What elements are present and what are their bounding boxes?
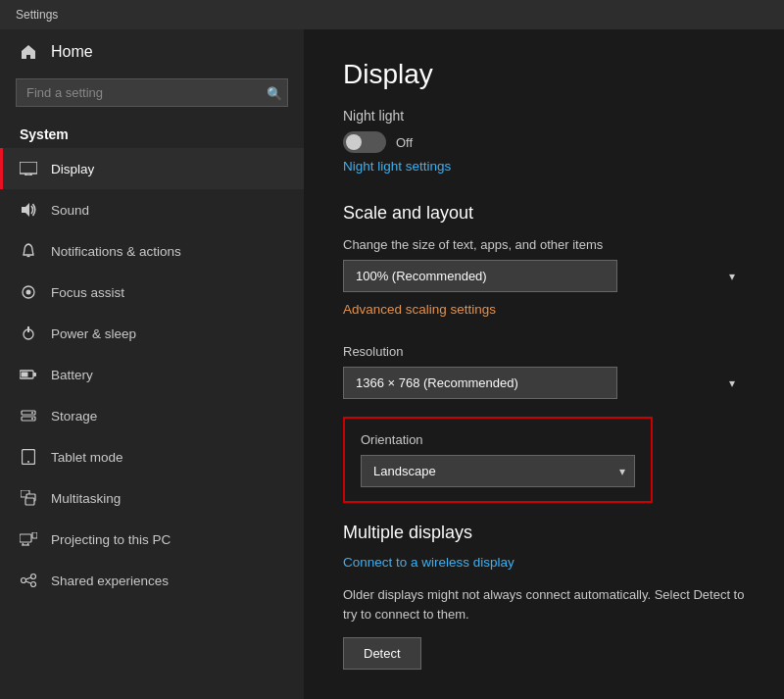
page-title: Display bbox=[343, 59, 745, 90]
sidebar-tablet-label: Tablet mode bbox=[51, 450, 123, 465]
tablet-icon bbox=[20, 448, 37, 466]
svg-marker-4 bbox=[22, 203, 29, 217]
night-light-label: Night light bbox=[343, 108, 745, 124]
sidebar-shared-label: Shared experiences bbox=[51, 574, 169, 588]
sidebar-item-home[interactable]: Home bbox=[0, 29, 304, 75]
advanced-scaling-link[interactable]: Advanced scaling settings bbox=[343, 302, 496, 317]
night-light-state: Off bbox=[396, 135, 413, 150]
main-layout: Home 🔍 System Display bbox=[0, 29, 784, 699]
sidebar-search-container: 🔍 bbox=[16, 78, 288, 107]
orientation-label: Orientation bbox=[361, 432, 635, 447]
shared-icon bbox=[20, 572, 37, 589]
sidebar-home-label: Home bbox=[51, 43, 93, 61]
sidebar-multitasking-label: Multitasking bbox=[51, 491, 121, 506]
resolution-dropdown-arrow: ▾ bbox=[729, 376, 735, 390]
svg-point-18 bbox=[27, 461, 29, 463]
sidebar-notifications-label: Notifications & actions bbox=[51, 244, 181, 259]
multitasking-icon bbox=[20, 489, 37, 507]
sidebar-item-storage[interactable]: Storage bbox=[0, 395, 304, 436]
svg-point-28 bbox=[31, 574, 36, 579]
sidebar: Home 🔍 System Display bbox=[0, 29, 304, 699]
svg-point-15 bbox=[31, 412, 33, 414]
sidebar-item-display[interactable]: Display bbox=[0, 148, 304, 189]
sidebar-storage-label: Storage bbox=[51, 409, 97, 424]
night-light-settings-link[interactable]: Night light settings bbox=[343, 159, 451, 174]
svg-rect-11 bbox=[33, 373, 36, 376]
sidebar-item-focus[interactable]: Focus assist bbox=[0, 272, 304, 313]
resolution-dropdown-wrapper: 1366 × 768 (Recommended) 1280 × 720 1024… bbox=[343, 367, 745, 399]
resolution-label: Resolution bbox=[343, 344, 745, 359]
svg-point-27 bbox=[22, 578, 26, 583]
svg-rect-22 bbox=[20, 534, 31, 542]
svg-rect-23 bbox=[32, 532, 37, 538]
scale-dropdown-wrapper: 100% (Recommended) 125% 150% 175% ▾ bbox=[343, 260, 745, 292]
multiple-displays-heading: Multiple displays bbox=[343, 523, 745, 543]
night-light-toggle[interactable] bbox=[343, 131, 386, 153]
title-bar-label: Settings bbox=[16, 8, 58, 22]
notifications-icon bbox=[20, 242, 37, 260]
orientation-box: Orientation Landscape Portrait Landscape… bbox=[343, 417, 653, 503]
power-icon bbox=[20, 325, 37, 342]
orientation-dropdown[interactable]: Landscape Portrait Landscape (flipped) P… bbox=[361, 455, 635, 487]
sidebar-sound-label: Sound bbox=[51, 203, 89, 218]
detect-button[interactable]: Detect bbox=[343, 637, 421, 670]
sidebar-item-projecting[interactable]: Projecting to this PC bbox=[0, 519, 304, 560]
content-area: Display Night light Off Night light sett… bbox=[304, 29, 784, 699]
title-bar: Settings bbox=[0, 0, 784, 29]
multiple-displays-info: Older displays might not always connect … bbox=[343, 585, 745, 624]
projecting-icon bbox=[20, 530, 37, 548]
sidebar-item-power[interactable]: Power & sleep bbox=[0, 313, 304, 354]
svg-point-16 bbox=[31, 418, 33, 420]
svg-rect-21 bbox=[25, 498, 34, 505]
svg-point-29 bbox=[31, 582, 36, 587]
sidebar-display-label: Display bbox=[51, 162, 94, 176]
scale-dropdown-arrow: ▾ bbox=[729, 270, 735, 283]
sidebar-projecting-label: Projecting to this PC bbox=[51, 532, 171, 547]
sidebar-item-battery[interactable]: Battery bbox=[0, 354, 304, 395]
sidebar-focus-label: Focus assist bbox=[51, 285, 124, 300]
search-button[interactable]: 🔍 bbox=[267, 85, 282, 100]
change-size-label: Change the size of text, apps, and other… bbox=[343, 237, 745, 252]
svg-point-7 bbox=[26, 290, 31, 295]
sidebar-item-multitasking[interactable]: Multitasking bbox=[0, 477, 304, 519]
scale-dropdown[interactable]: 100% (Recommended) 125% 150% 175% bbox=[343, 260, 617, 292]
sound-icon bbox=[20, 201, 37, 219]
sidebar-item-shared[interactable]: Shared experiences bbox=[0, 560, 304, 601]
display-icon bbox=[20, 160, 37, 177]
orientation-dropdown-wrapper: Landscape Portrait Landscape (flipped) P… bbox=[361, 455, 635, 487]
scale-layout-heading: Scale and layout bbox=[343, 203, 745, 224]
night-light-toggle-row: Off bbox=[343, 131, 745, 153]
sidebar-battery-label: Battery bbox=[51, 368, 93, 382]
sidebar-power-label: Power & sleep bbox=[51, 326, 136, 341]
connect-wireless-link[interactable]: Connect to a wireless display bbox=[343, 555, 514, 570]
sidebar-item-notifications[interactable]: Notifications & actions bbox=[0, 230, 304, 272]
battery-icon bbox=[20, 366, 37, 383]
svg-line-31 bbox=[26, 581, 31, 583]
resolution-dropdown[interactable]: 1366 × 768 (Recommended) 1280 × 720 1024… bbox=[343, 367, 617, 399]
sidebar-section-title: System bbox=[0, 119, 304, 148]
sidebar-item-tablet[interactable]: Tablet mode bbox=[0, 436, 304, 477]
home-icon bbox=[20, 43, 37, 61]
svg-rect-12 bbox=[22, 373, 28, 377]
storage-icon bbox=[20, 407, 37, 424]
sidebar-item-sound[interactable]: Sound bbox=[0, 189, 304, 230]
search-input[interactable] bbox=[16, 78, 288, 107]
svg-rect-0 bbox=[20, 162, 37, 174]
focus-icon bbox=[20, 283, 37, 301]
svg-line-30 bbox=[26, 577, 31, 579]
